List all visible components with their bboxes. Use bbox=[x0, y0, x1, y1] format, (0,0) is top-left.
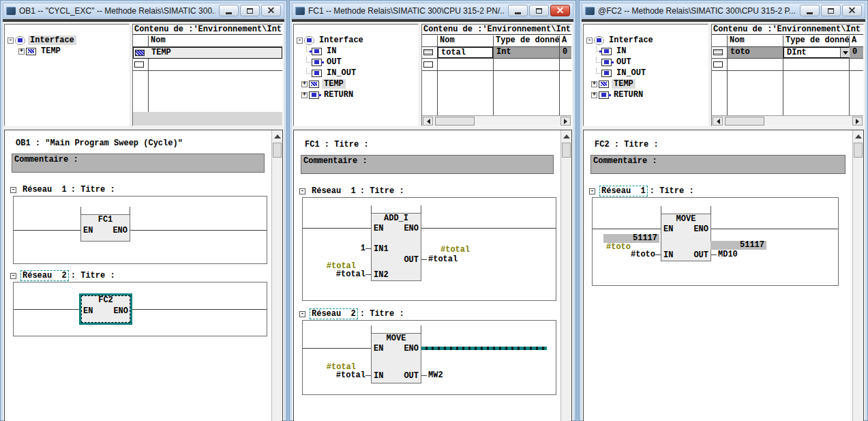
scroll-up-button[interactable] bbox=[272, 130, 282, 141]
scroll-right-button[interactable] bbox=[560, 117, 571, 126]
network-expander-icon[interactable]: - bbox=[10, 187, 16, 193]
tree-item-out[interactable]: OUT bbox=[294, 57, 418, 68]
titlebar-ob1[interactable]: OB1 -- "CYCL_EXC" -- Methode Relais\SIMA… bbox=[3, 3, 284, 18]
network-expander-icon[interactable]: - bbox=[299, 311, 305, 317]
network-1-body[interactable]: FC1 EN ENO bbox=[13, 196, 267, 264]
horizontal-scrollbar[interactable] bbox=[422, 115, 571, 126]
tree-item-temp[interactable]: + TEMP bbox=[584, 78, 708, 89]
network-1-body[interactable]: ADD_I EN ENO IN1 OUT IN2 1 #total #total… bbox=[302, 197, 556, 301]
column-header-nom[interactable]: Nom bbox=[148, 35, 168, 46]
tree-expander-icon[interactable]: + bbox=[18, 48, 25, 55]
column-header-nom[interactable]: Nom bbox=[727, 35, 783, 46]
out-operand[interactable]: #total bbox=[428, 255, 458, 264]
column-header-addr[interactable]: A bbox=[559, 35, 571, 46]
tree-item-return[interactable]: + RETURN bbox=[294, 89, 418, 100]
move-block[interactable]: MOVE EN ENO IN OUT bbox=[661, 214, 711, 261]
column-header-nom[interactable]: Nom bbox=[437, 35, 493, 46]
tree-item-temp[interactable]: + TEMP bbox=[294, 78, 418, 89]
network-name-selected[interactable]: Réseau 2 bbox=[20, 270, 69, 281]
out-operand[interactable]: MD10 bbox=[718, 250, 738, 259]
vertical-scrollbar[interactable] bbox=[560, 130, 571, 421]
comment-field[interactable]: Commentaire : bbox=[301, 155, 554, 174]
rung-wire[interactable] bbox=[14, 230, 80, 231]
block-title-line[interactable]: FC1 : Titre : bbox=[305, 140, 369, 149]
rung-wire[interactable] bbox=[593, 229, 661, 229]
tree-expander-icon[interactable]: + bbox=[301, 92, 308, 98]
rung-wire[interactable] bbox=[303, 348, 371, 349]
in2-pin[interactable]: IN2 bbox=[374, 271, 389, 280]
network-title-suffix[interactable]: : Titre : bbox=[360, 309, 404, 319]
interface-tree[interactable]: - Interface + TEMP bbox=[4, 24, 130, 126]
network-2-body[interactable]: FC2 EN ENO bbox=[13, 282, 267, 336]
network-title-suffix[interactable]: : Titre : bbox=[360, 186, 404, 196]
scroll-left-button[interactable] bbox=[713, 117, 723, 126]
network-expander-icon[interactable]: - bbox=[589, 188, 595, 194]
tree-item-interface[interactable]: - Interface bbox=[5, 35, 129, 46]
tree-expander-icon[interactable]: - bbox=[297, 38, 303, 44]
cell-nom[interactable] bbox=[437, 59, 443, 70]
eno-wire[interactable] bbox=[421, 228, 556, 229]
cell-addr[interactable]: 0 bbox=[850, 47, 863, 58]
network-expander-icon[interactable]: - bbox=[299, 188, 305, 194]
tree-item-in-out[interactable]: IN_OUT bbox=[294, 68, 418, 78]
maximize-button[interactable] bbox=[529, 5, 549, 16]
cell-nom-editing[interactable]: total bbox=[438, 47, 493, 58]
table-row[interactable] bbox=[712, 59, 863, 71]
interface-tree[interactable]: - Interface IN OUT IN_OUT bbox=[583, 24, 708, 126]
column-header-addr[interactable]: A bbox=[849, 35, 863, 46]
minimize-button[interactable] bbox=[508, 5, 528, 16]
network-1-header[interactable]: - Réseau 1 : Titre : bbox=[10, 185, 115, 194]
column-header-type[interactable]: Type de donné bbox=[783, 35, 849, 46]
in1-pin[interactable]: IN1 bbox=[374, 245, 389, 254]
table-row[interactable]: total Int 0 bbox=[422, 47, 571, 59]
fc2-call-block-selected[interactable]: FC2 EN ENO bbox=[79, 293, 132, 325]
eno-wire[interactable] bbox=[130, 230, 267, 231]
out-pin[interactable]: OUT bbox=[693, 251, 708, 260]
eno-pin[interactable]: ENO bbox=[693, 225, 708, 234]
in-pin[interactable]: IN bbox=[374, 372, 383, 381]
close-button[interactable] bbox=[842, 5, 862, 16]
tree-item-interface[interactable]: - Interface bbox=[294, 35, 418, 46]
cell-nom[interactable] bbox=[727, 59, 732, 70]
cell-type-combobox[interactable]: DInt bbox=[783, 47, 849, 58]
table-row[interactable] bbox=[422, 59, 571, 71]
lad-editor-fc1[interactable]: FC1 : Titre : Commentaire : - Réseau 1 :… bbox=[293, 130, 572, 421]
comment-field[interactable]: Commentaire : bbox=[590, 155, 845, 174]
network-name-selected[interactable]: Réseau 2 bbox=[310, 308, 358, 319]
tree-item-interface[interactable]: - Interface bbox=[584, 35, 708, 46]
network-title-suffix[interactable]: : Titre : bbox=[650, 186, 694, 196]
in-operand[interactable]: #total bbox=[303, 371, 365, 380]
cell-nom-selected[interactable]: toto bbox=[728, 47, 783, 58]
tree-expander-icon[interactable]: + bbox=[591, 81, 597, 87]
scroll-right-button[interactable] bbox=[852, 117, 863, 126]
eno-wire[interactable] bbox=[132, 309, 267, 310]
tree-item-out[interactable]: OUT bbox=[584, 57, 708, 68]
tree-expander-icon[interactable]: - bbox=[586, 38, 593, 44]
tree-expander-icon[interactable]: - bbox=[8, 38, 14, 44]
maximize-button[interactable] bbox=[240, 5, 260, 16]
rung-wire[interactable] bbox=[303, 228, 371, 229]
vertical-scrollbar[interactable] bbox=[271, 130, 282, 421]
eno-wire[interactable] bbox=[711, 229, 838, 229]
rung-wire[interactable] bbox=[14, 309, 79, 310]
network-2-header[interactable]: - Réseau 2 : Titre : bbox=[299, 309, 404, 319]
network-2-body[interactable]: MOVE EN ENO IN OUT #total #total MW2 bbox=[302, 320, 556, 395]
eno-pin[interactable]: ENO bbox=[113, 227, 128, 235]
add-i-block[interactable]: ADD_I EN ENO IN1 OUT IN2 bbox=[371, 213, 421, 281]
network-2-header[interactable]: - Réseau 2 : Titre : bbox=[10, 271, 115, 280]
en-pin[interactable]: EN bbox=[663, 225, 673, 234]
en-pin[interactable]: EN bbox=[83, 307, 93, 316]
cell-nom[interactable] bbox=[148, 59, 153, 70]
lad-editor-fc2[interactable]: FC2 : Titre : Commentaire : - Réseau 1 :… bbox=[583, 130, 864, 421]
horizontal-scrollbar[interactable] bbox=[712, 115, 863, 126]
scrollbar-thumb[interactable] bbox=[854, 143, 863, 158]
en-pin[interactable]: EN bbox=[374, 345, 383, 353]
network-1-header[interactable]: - Réseau 1 : Titre : bbox=[589, 186, 694, 196]
scrollbar-thumb[interactable] bbox=[725, 117, 764, 126]
titlebar-fc1[interactable]: FC1 -- Methode Relais\SIMATIC 300\CPU 31… bbox=[292, 3, 573, 18]
tree-item-return[interactable]: + RETURN bbox=[584, 89, 708, 100]
tree-item-temp[interactable]: + TEMP bbox=[5, 46, 129, 57]
fc1-call-block[interactable]: FC1 EN ENO bbox=[80, 214, 130, 242]
tree-expander-icon[interactable]: + bbox=[591, 92, 597, 98]
table-row[interactable] bbox=[133, 59, 282, 71]
